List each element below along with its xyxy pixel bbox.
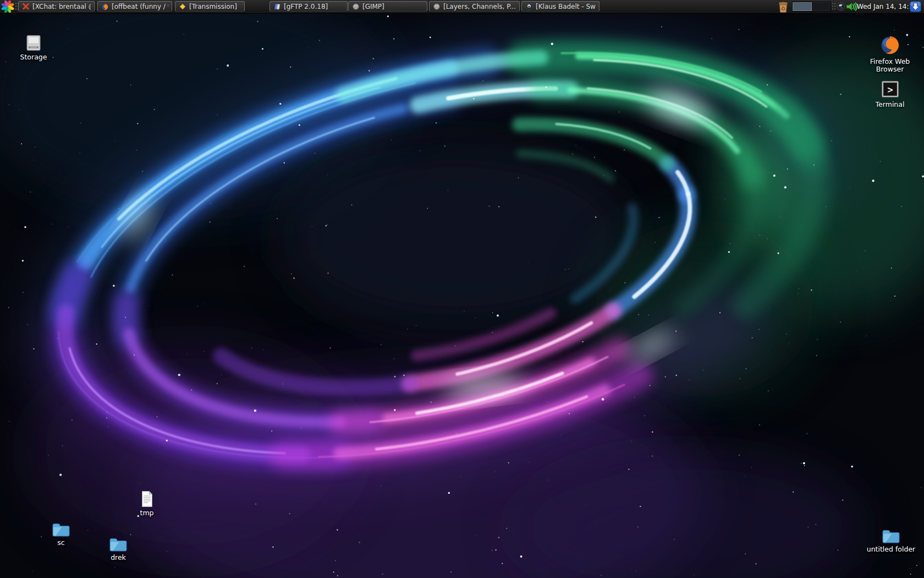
window-title: [Layers, Channels, P... <box>443 3 516 10</box>
drive-icon <box>24 35 43 52</box>
desktop-icon-storage[interactable]: Storage <box>7 35 60 61</box>
workspace-1[interactable] <box>793 2 812 11</box>
top-panel: chat[XChat: brentaal @ N...[offbeat (fun… <box>0 0 924 14</box>
window-title: [gFTP 2.0.18] <box>284 3 328 10</box>
window-title: [Transmission] <box>189 3 237 10</box>
desktop-screen: StorageFirefox Web Browser>Terminaltmpsc… <box>0 0 924 578</box>
window-title: [GIMP] <box>362 3 384 10</box>
taskbar-window-button-7[interactable]: [Klaus Badelt - Swor... <box>521 1 600 12</box>
network-globe-applet[interactable] <box>837 2 845 11</box>
desktop-icon-label: Terminal <box>876 101 905 108</box>
desktop-icon-label: drek <box>111 554 126 561</box>
panel-drag-handle-right[interactable] <box>832 2 835 11</box>
window-title: [Klaus Badelt - Swor... <box>536 3 596 10</box>
desktop-icon-label: tmp <box>140 509 153 517</box>
desktop-icon-label: untitled folder <box>867 546 915 553</box>
trash-applet[interactable]: ♻ <box>777 1 789 13</box>
amarok-icon <box>525 3 533 10</box>
svg-text:chat: chat <box>24 7 29 10</box>
window-title: [offbeat (funny / weir... <box>112 3 168 10</box>
trash-icon: ♻ <box>777 1 789 13</box>
window-title: [XChat: brentaal @ N... <box>32 3 91 10</box>
globe-icon <box>837 2 845 11</box>
folder-icon <box>108 536 128 552</box>
firefox-icon <box>101 3 109 10</box>
desktop-icon-tmp[interactable]: tmp <box>120 490 173 517</box>
taskbar-window-button-5[interactable]: [GIMP] <box>348 1 427 12</box>
desktop-icon-firefox[interactable]: Firefox Web Browser <box>864 33 916 74</box>
applications-menu-button[interactable] <box>1 1 14 13</box>
desktop-icon-label: Storage <box>20 53 47 61</box>
download-arrow-icon <box>910 1 921 12</box>
desktop-icon-untitled-folder[interactable]: untitled folder <box>865 528 917 553</box>
taskbar-window-button-3[interactable]: [Transmission] <box>175 1 245 12</box>
taskbar-window-button-2[interactable]: [offbeat (funny / weir... <box>97 1 172 12</box>
desktop-icon-drek[interactable]: drek <box>92 536 145 561</box>
svg-text:>: > <box>887 84 893 95</box>
desktop-icon-terminal[interactable]: >Terminal <box>864 79 916 108</box>
taskbar-window-button-6[interactable]: [Layers, Channels, P... <box>429 1 520 12</box>
desktop-icon-label: sc <box>57 539 64 547</box>
desktop-icon-label: Firefox Web Browser <box>864 58 916 74</box>
gftp-icon <box>273 3 281 10</box>
workspace-switcher[interactable] <box>792 2 831 12</box>
terminal-icon: > <box>880 79 900 99</box>
svg-text:♻: ♻ <box>781 6 786 12</box>
transmission-icon <box>179 3 186 10</box>
xchat-icon: chat <box>22 3 30 10</box>
firefox-icon <box>878 33 901 56</box>
distro-pinwheel-icon <box>1 1 14 13</box>
desktop-icon-sc[interactable]: sc <box>35 521 87 547</box>
document-icon <box>140 490 154 508</box>
taskbar-window-button-1[interactable]: chat[XChat: brentaal @ N... <box>18 1 95 12</box>
clock[interactable]: Wed Jan 14, 14:19 <box>857 0 909 13</box>
volume-applet[interactable] <box>846 2 857 11</box>
folder-icon <box>51 521 71 537</box>
folder-icon <box>881 528 901 544</box>
gimp-icon <box>433 3 441 10</box>
speaker-icon <box>846 2 857 11</box>
download-applet[interactable] <box>910 1 921 12</box>
gimp-icon <box>352 3 360 10</box>
workspace-2[interactable] <box>812 2 831 11</box>
taskbar-window-button-4[interactable]: [gFTP 2.0.18] <box>270 1 348 12</box>
